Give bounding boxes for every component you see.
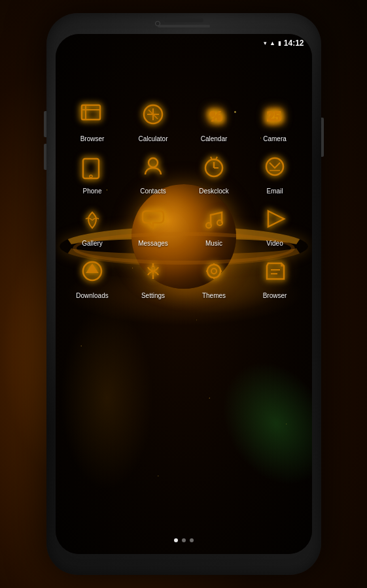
wifi-icon: ▾ <box>264 40 267 46</box>
app-item-calendar[interactable]: % Calendar <box>188 96 240 143</box>
calendar-label: Calendar <box>201 135 228 143</box>
svg-marker-21 <box>268 211 284 227</box>
themes-label: Themes <box>202 292 226 300</box>
app-item-video[interactable]: Video <box>249 201 301 248</box>
browser-icon <box>74 96 111 133</box>
music-icon <box>196 201 232 237</box>
app-grid: Browser Calculator <box>56 96 312 305</box>
status-bar: ▾ ▲ ▮ 14:12 <box>56 34 312 52</box>
svg-line-15 <box>211 157 212 159</box>
video-icon <box>256 201 293 237</box>
settings-label: Settings <box>141 292 165 300</box>
camera-icon: 25 <box>256 96 293 133</box>
app-item-contacts[interactable]: Contacts <box>127 148 179 195</box>
svg-point-11 <box>149 158 158 167</box>
browser2-icon <box>256 253 293 289</box>
gallery-icon <box>74 201 111 237</box>
power-button[interactable] <box>321 118 324 157</box>
page-dot-1 <box>174 538 178 542</box>
downloads-label: Downloads <box>76 292 108 300</box>
messages-icon <box>135 201 171 237</box>
app-row-2: Phone Contacts <box>62 148 306 195</box>
svg-point-10 <box>90 175 92 178</box>
camera-label: Camera <box>263 135 287 143</box>
page-dot-2 <box>182 538 186 542</box>
downloads-icon <box>74 253 111 289</box>
status-time: 14:12 <box>284 39 304 48</box>
app-item-browser1[interactable]: Browser <box>66 96 118 143</box>
app-item-email[interactable]: Email <box>249 148 301 195</box>
page-indicator <box>174 538 194 542</box>
app-item-messages[interactable]: Messages <box>127 201 179 248</box>
phone-speaker <box>158 25 210 27</box>
app-item-music[interactable]: Music <box>188 201 240 248</box>
app-item-settings[interactable]: Settings <box>127 253 179 300</box>
calendar-icon: % <box>196 96 232 133</box>
deskclock-icon <box>196 148 232 185</box>
svg-text:25: 25 <box>267 108 281 124</box>
email-label: Email <box>266 188 283 195</box>
app-item-camera[interactable]: 25 Camera <box>249 96 301 143</box>
svg-text:%: % <box>209 108 223 124</box>
svg-point-27 <box>211 269 217 274</box>
svg-marker-23 <box>87 265 97 272</box>
contacts-label: Contacts <box>140 188 166 195</box>
music-label: Music <box>205 240 222 248</box>
browser1-label: Browser <box>80 135 105 143</box>
deskclock-label: Deskclock <box>199 188 229 195</box>
phone-icon <box>74 148 111 185</box>
volume-up-button[interactable] <box>44 111 46 137</box>
app-row-1: Browser Calculator <box>62 96 306 143</box>
app-item-phone[interactable]: Phone <box>66 148 118 195</box>
front-camera <box>155 21 160 26</box>
svg-line-16 <box>216 157 217 159</box>
settings-icon <box>135 253 171 289</box>
video-label: Video <box>266 240 283 248</box>
contacts-icon <box>135 148 171 185</box>
svg-point-26 <box>207 265 220 278</box>
volume-down-button[interactable] <box>44 144 46 170</box>
app-item-themes[interactable]: Themes <box>188 253 240 300</box>
app-item-calculator[interactable]: Calculator <box>127 96 179 143</box>
messages-label: Messages <box>138 240 168 248</box>
svg-point-17 <box>266 158 283 175</box>
email-icon <box>256 148 293 185</box>
gallery-label: Gallery <box>82 240 103 248</box>
calculator-label: Calculator <box>138 135 167 143</box>
phone-device: ▾ ▲ ▮ 14:12 Browser <box>46 13 321 575</box>
page-dot-3 <box>190 538 194 542</box>
app-row-4: Downloads Settings <box>62 253 306 300</box>
app-item-deskclock[interactable]: Deskclock <box>188 148 240 195</box>
app-item-downloads[interactable]: Downloads <box>66 253 118 300</box>
app-item-browser2[interactable]: Browser <box>249 253 301 300</box>
app-item-gallery[interactable]: Gallery <box>66 201 118 248</box>
themes-icon <box>196 253 232 289</box>
battery-icon: ▮ <box>278 40 281 46</box>
svg-rect-0 <box>82 105 100 120</box>
phone-notch <box>164 18 203 22</box>
app-row-3: Gallery Messages <box>62 201 306 248</box>
signal-icon: ▲ <box>270 40 275 46</box>
phone-label: Phone <box>83 188 102 195</box>
phone-screen: ▾ ▲ ▮ 14:12 Browser <box>56 34 312 554</box>
calculator-icon <box>135 96 171 133</box>
status-icons: ▾ ▲ ▮ 14:12 <box>264 39 304 48</box>
browser2-label: Browser <box>263 292 287 300</box>
